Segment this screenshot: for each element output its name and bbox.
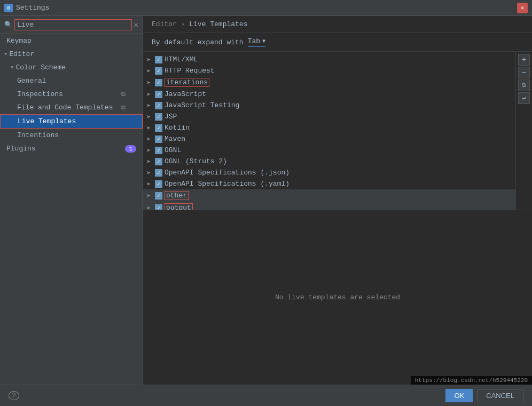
group-label: Maven bbox=[165, 135, 185, 143]
group-arrow-icon: ▶ bbox=[147, 114, 153, 120]
group-label: JavaScript bbox=[165, 90, 206, 98]
color-scheme-expand-icon: ▼ bbox=[11, 65, 13, 70]
group-label: OGNL bbox=[165, 146, 181, 154]
footer: ? OK CANCEL bbox=[0, 385, 532, 406]
group-label: OGNL (Struts 2) bbox=[165, 157, 227, 165]
group-label: iterations bbox=[165, 78, 209, 87]
group-arrow-icon: ▶ bbox=[147, 181, 153, 187]
template-group-openapi-json[interactable]: ▶OpenAPI Specifications (.json) bbox=[143, 167, 515, 178]
title-bar-left: ⚙ Settings bbox=[4, 4, 49, 12]
side-toolbar: + − ⧉ ↩ bbox=[515, 52, 532, 210]
template-group-maven[interactable]: ▶Maven bbox=[143, 133, 515, 145]
template-group-openapi-yaml[interactable]: ▶OpenAPI Specifications (.yaml) bbox=[143, 178, 515, 189]
group-label: OpenAPI Specifications (.json) bbox=[165, 169, 290, 177]
sidebar-item-file-code-templates[interactable]: File and Code Templates ⧉ bbox=[0, 101, 143, 114]
group-arrow-icon: ▶ bbox=[147, 91, 153, 97]
group-label: OpenAPI Specifications (.yaml) bbox=[165, 180, 290, 188]
help-button[interactable]: ? bbox=[9, 392, 19, 400]
group-checkbox[interactable] bbox=[155, 56, 162, 63]
editor-expand-icon: ▼ bbox=[4, 52, 7, 57]
breadcrumb-editor: Editor bbox=[152, 20, 177, 28]
group-checkbox[interactable] bbox=[155, 169, 162, 177]
group-checkbox[interactable] bbox=[155, 79, 162, 86]
footer-actions: OK CANCEL bbox=[445, 389, 523, 402]
group-checkbox[interactable] bbox=[155, 204, 162, 210]
template-group-ognl-struts[interactable]: ▶OGNL (Struts 2) bbox=[143, 156, 515, 167]
settings-icon: ⚙ bbox=[4, 4, 13, 12]
main-layout: 🔍 ✕ Keymap ▼ Editor ▼ Color Scheme Gener… bbox=[0, 16, 532, 385]
group-checkbox[interactable] bbox=[155, 180, 162, 188]
copy-button[interactable]: ⧉ bbox=[518, 79, 530, 91]
template-group-other[interactable]: ▶other bbox=[143, 189, 515, 202]
search-clear-button[interactable]: ✕ bbox=[134, 20, 138, 29]
template-group-jsp[interactable]: ▶JSP bbox=[143, 111, 515, 122]
group-arrow-icon: ▶ bbox=[147, 193, 153, 198]
help-icon[interactable]: ? bbox=[9, 391, 19, 400]
group-checkbox[interactable] bbox=[155, 158, 162, 165]
group-arrow-icon: ▶ bbox=[147, 147, 153, 153]
url-watermark: https://blog.csdn.net/h529445220 bbox=[411, 376, 532, 385]
remove-button[interactable]: − bbox=[518, 67, 530, 78]
sidebar-item-inspections[interactable]: Inspections ⧉ bbox=[0, 87, 143, 101]
group-checkbox[interactable] bbox=[155, 147, 162, 154]
template-group-iterations[interactable]: ▶iterations bbox=[143, 76, 515, 89]
undo-button[interactable]: ↩ bbox=[518, 92, 530, 104]
sidebar-section-color-scheme[interactable]: ▼ Color Scheme bbox=[0, 61, 143, 74]
plugins-badge: 1 bbox=[125, 145, 136, 153]
templates-panel: ▶HTML/XML▶HTTP Request▶iterations▶JavaSc… bbox=[143, 52, 532, 210]
title-bar: ⚙ Settings ✕ bbox=[0, 0, 532, 16]
group-arrow-icon: ▶ bbox=[147, 136, 153, 142]
empty-message: No live templates are selected bbox=[275, 293, 400, 301]
search-input[interactable] bbox=[14, 19, 132, 30]
inspections-icon: ⧉ bbox=[121, 91, 126, 98]
group-label: HTTP Request bbox=[165, 67, 215, 75]
group-checkbox[interactable] bbox=[155, 192, 162, 200]
template-group-output[interactable]: ▶output bbox=[143, 202, 515, 210]
ok-button[interactable]: OK bbox=[445, 389, 473, 402]
close-button[interactable]: ✕ bbox=[517, 3, 528, 13]
group-label: HTML/XML bbox=[165, 55, 198, 63]
group-checkbox[interactable] bbox=[155, 91, 162, 98]
add-button[interactable]: + bbox=[518, 54, 530, 66]
group-label: JSP bbox=[165, 113, 177, 121]
toolbar: By default expand with Tab ▼ bbox=[143, 33, 532, 52]
group-arrow-icon: ▶ bbox=[147, 79, 153, 85]
group-label: output bbox=[165, 203, 193, 210]
sidebar-item-intentions[interactable]: Intentions bbox=[0, 129, 143, 142]
group-label: other bbox=[165, 191, 189, 200]
sidebar-item-general[interactable]: General bbox=[0, 74, 143, 87]
sidebar: 🔍 ✕ Keymap ▼ Editor ▼ Color Scheme Gener… bbox=[0, 16, 143, 385]
search-icon: 🔍 bbox=[4, 21, 12, 29]
group-checkbox[interactable] bbox=[155, 113, 162, 121]
content-area: Editor › Live Templates By default expan… bbox=[143, 16, 532, 385]
group-label: Kotlin bbox=[165, 124, 190, 132]
group-arrow-icon: ▶ bbox=[147, 205, 153, 210]
template-group-html-xml[interactable]: ▶HTML/XML bbox=[143, 54, 515, 65]
group-checkbox[interactable] bbox=[155, 124, 162, 132]
template-group-http-request[interactable]: ▶HTTP Request bbox=[143, 65, 515, 76]
template-group-javascript[interactable]: ▶JavaScript bbox=[143, 89, 515, 100]
template-group-ognl[interactable]: ▶OGNL bbox=[143, 145, 515, 156]
breadcrumb-live-templates: Live Templates bbox=[189, 20, 247, 28]
sidebar-item-plugins[interactable]: Plugins 1 bbox=[0, 142, 143, 155]
expand-label: By default expand with bbox=[152, 38, 244, 46]
group-checkbox[interactable] bbox=[155, 136, 162, 143]
window-title: Settings bbox=[16, 4, 49, 12]
dropdown-arrow-icon: ▼ bbox=[262, 38, 265, 44]
group-checkbox[interactable] bbox=[155, 67, 162, 75]
bottom-panel: No live templates are selected bbox=[143, 210, 532, 385]
sidebar-item-keymap[interactable]: Keymap bbox=[0, 34, 143, 47]
search-bar: 🔍 ✕ bbox=[0, 16, 143, 34]
breadcrumb: Editor › Live Templates bbox=[143, 16, 532, 33]
sidebar-section-editor[interactable]: ▼ Editor bbox=[0, 47, 143, 61]
group-arrow-icon: ▶ bbox=[147, 102, 153, 108]
expand-dropdown[interactable]: Tab ▼ bbox=[248, 37, 265, 47]
cancel-button[interactable]: CANCEL bbox=[477, 389, 523, 402]
template-group-kotlin[interactable]: ▶Kotlin bbox=[143, 122, 515, 133]
template-group-javascript-testing[interactable]: ▶JavaScript Testing bbox=[143, 100, 515, 111]
group-arrow-icon: ▶ bbox=[147, 68, 153, 74]
group-checkbox[interactable] bbox=[155, 102, 162, 109]
expand-option: Tab bbox=[248, 37, 260, 45]
sidebar-item-live-templates[interactable]: Live Templates bbox=[0, 114, 143, 129]
group-arrow-icon: ▶ bbox=[147, 170, 153, 176]
